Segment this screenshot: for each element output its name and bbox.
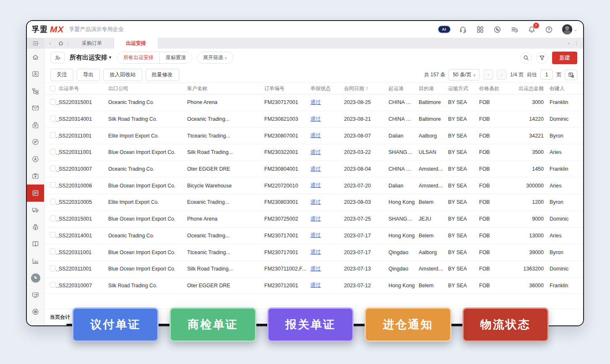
- home-tab-icon[interactable]: [55, 40, 66, 46]
- status-passed-link[interactable]: 通过: [310, 199, 321, 205]
- filter-button[interactable]: [536, 52, 548, 64]
- toolbar-action-2[interactable]: 导出: [77, 69, 100, 81]
- row-checkbox[interactable]: [50, 116, 56, 122]
- sidebar-item-workstation[interactable]: [27, 286, 44, 304]
- row-checkbox[interactable]: [50, 282, 56, 288]
- table-row[interactable]: SS220311001Blue Ocean Import Export Co.S…: [44, 144, 583, 161]
- tab-2[interactable]: 出运安排: [114, 38, 158, 49]
- export-company-cell: Elite Import Export Co.: [108, 133, 187, 139]
- status-passed-link[interactable]: 通过: [310, 99, 321, 105]
- prev-page-button[interactable]: ‹: [483, 70, 493, 80]
- sidebar-item-orders[interactable]: [27, 117, 44, 134]
- sidebar-item-whatsapp[interactable]: [27, 270, 44, 287]
- column-header-order-no: 订单编号: [264, 85, 310, 92]
- status-passed-link[interactable]: 通过: [310, 216, 321, 222]
- table-row[interactable]: SS220315001Oceanic Trading Co.Phone Aren…: [44, 94, 583, 111]
- back-chevron-icon[interactable]: ‹: [44, 40, 55, 46]
- table-row[interactable]: SS220314001Silk Road Trading Co.Oceanic …: [44, 111, 583, 128]
- view-owner-filter-button[interactable]: [50, 52, 65, 63]
- table-row[interactable]: SS220310007Silk Road Trading Co.Oter EGG…: [44, 278, 583, 294]
- destination-port-cell: Amsterdam: [419, 166, 448, 172]
- total-amount-cell: 36000: [510, 283, 550, 289]
- notification-bell-icon[interactable]: 7: [528, 25, 536, 34]
- table-row[interactable]: SS220310005Elite Import Export Co.Eceani…: [44, 194, 583, 211]
- status-passed-link[interactable]: 通过: [310, 249, 321, 255]
- status-passed-link[interactable]: 通过: [310, 282, 321, 288]
- headset-icon[interactable]: [459, 25, 467, 34]
- user-menu[interactable]: ⌄: [562, 24, 577, 34]
- sidebar-item-finance[interactable]: [27, 168, 44, 185]
- row-checkbox[interactable]: [50, 132, 56, 138]
- search-button[interactable]: [520, 52, 532, 64]
- new-record-button[interactable]: 新建: [552, 52, 577, 64]
- row-checkbox[interactable]: [50, 149, 56, 155]
- sidebar-item-settings[interactable]: [27, 304, 44, 321]
- sidebar-item-home[interactable]: [27, 49, 44, 66]
- sidebar-item-money[interactable]: [27, 218, 44, 236]
- flow-button-logistics-status[interactable]: 物流状态: [462, 307, 549, 342]
- ai-assistant-icon[interactable]: AI: [438, 26, 450, 33]
- sidebar-item-mail[interactable]: [27, 100, 44, 117]
- table-row[interactable]: SS220311001Elite Import Export Co.Ttcean…: [44, 127, 583, 144]
- status-passed-link[interactable]: 通过: [310, 232, 321, 238]
- next-page-button[interactable]: ›: [497, 70, 507, 80]
- tab-1[interactable]: 采购订单: [70, 38, 114, 49]
- sidebar-item-contacts[interactable]: [27, 66, 44, 83]
- flow-button-inspection-documents[interactable]: 商检单证: [169, 307, 256, 342]
- sidebar-item-reports[interactable]: [27, 252, 44, 270]
- row-checkbox[interactable]: [50, 199, 56, 205]
- status-passed-link[interactable]: 通过: [310, 149, 321, 155]
- flow-button-negotiation-documents[interactable]: 议付单证: [72, 307, 159, 342]
- view-title-dropdown[interactable]: 所有出运安排▼: [70, 54, 112, 62]
- column-header-contract-date[interactable]: 合同日期▲▼: [344, 85, 388, 92]
- whatsapp-icon[interactable]: [493, 25, 502, 34]
- departure-port-cell: Hong Kong: [388, 199, 419, 205]
- column-settings-button[interactable]: [565, 70, 577, 80]
- sidebar-item-shipping[interactable]: [27, 185, 44, 202]
- sort-icon[interactable]: ▲▼: [366, 86, 368, 91]
- row-checkbox[interactable]: [50, 166, 56, 172]
- sidebar-item-logistics[interactable]: [27, 202, 44, 219]
- sidebar-item-org[interactable]: [27, 83, 44, 100]
- view-pill-2[interactable]: 星标置顶: [159, 52, 192, 63]
- apps-grid-icon[interactable]: [476, 25, 485, 34]
- forward-chevron-icon[interactable]: ›: [568, 40, 570, 46]
- table-row[interactable]: SS220310006Blue Ocean Import Export Co.B…: [44, 177, 583, 194]
- table-row[interactable]: SS220311001Blue Ocean Import Export Co.T…: [44, 244, 583, 261]
- user-avatar[interactable]: [562, 24, 572, 34]
- task-history-icon[interactable]: [511, 25, 519, 34]
- view-pill-1[interactable]: 所有出运安排: [117, 52, 159, 63]
- expand-filter-button[interactable]: 展开筛选∨: [197, 52, 233, 64]
- status-passed-link[interactable]: 通过: [310, 182, 321, 188]
- sidebar-collapse-toggle[interactable]: [27, 38, 44, 49]
- page-size-select[interactable]: 50 条/页∨: [448, 69, 480, 81]
- help-icon[interactable]: [545, 25, 553, 34]
- export-company-cell: Oceanic Trading Co.: [108, 99, 187, 105]
- row-checkbox[interactable]: [50, 265, 56, 271]
- status-passed-link[interactable]: 通过: [310, 166, 321, 172]
- flow-button-customs-documents[interactable]: 报关单证: [267, 307, 354, 342]
- table-row[interactable]: SS220311001Blue Ocean Import Export Co.S…: [44, 261, 583, 278]
- flow-button-warehouse-notice[interactable]: 进仓通知: [365, 307, 451, 342]
- table-row[interactable]: SS220315001Blue Ocean Import Export Co.P…: [44, 211, 583, 228]
- row-checkbox[interactable]: [50, 216, 56, 221]
- status-passed-link[interactable]: 通过: [310, 133, 321, 138]
- status-passed-link[interactable]: 通过: [310, 266, 321, 272]
- select-all-checkbox[interactable]: [50, 86, 55, 91]
- toolbar-action-1[interactable]: 关注: [50, 69, 73, 81]
- row-checkbox[interactable]: [50, 182, 56, 188]
- row-checkbox[interactable]: [50, 232, 56, 238]
- sidebar-item-assistant[interactable]: [27, 151, 44, 168]
- toolbar-action-3[interactable]: 放入回收站: [103, 69, 142, 81]
- row-checkbox[interactable]: [50, 249, 56, 255]
- sidebar-item-discover[interactable]: [27, 134, 44, 151]
- toolbar-action-4[interactable]: 批量修改: [146, 69, 179, 81]
- goto-page-input[interactable]: [540, 70, 553, 80]
- creator-cell: Aries: [550, 183, 584, 189]
- row-checkbox[interactable]: [50, 99, 56, 105]
- status-passed-link[interactable]: 通过: [310, 116, 321, 122]
- table-row[interactable]: SS220314001Oceanic Trading Co.Oceanic Tr…: [44, 228, 583, 244]
- sidebar-item-ledger[interactable]: [27, 236, 44, 253]
- table-row[interactable]: SS220310007Oceanic Trading Co.Oter EGGER…: [44, 161, 583, 178]
- more-menu-icon[interactable]: ⋮: [574, 40, 579, 46]
